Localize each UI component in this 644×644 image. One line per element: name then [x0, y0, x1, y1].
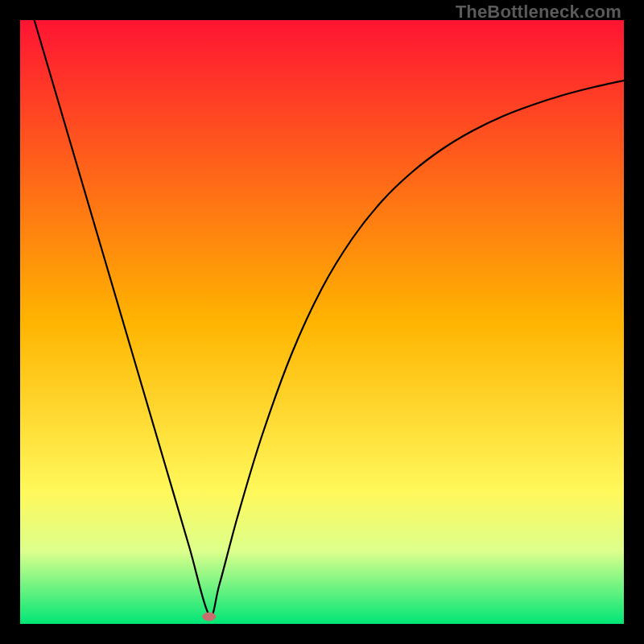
svg-rect-0	[20, 20, 624, 624]
gradient-background	[20, 20, 624, 624]
plot-area	[20, 20, 624, 624]
chart-frame: TheBottleneck.com	[0, 0, 644, 644]
watermark-text: TheBottleneck.com	[456, 2, 621, 23]
